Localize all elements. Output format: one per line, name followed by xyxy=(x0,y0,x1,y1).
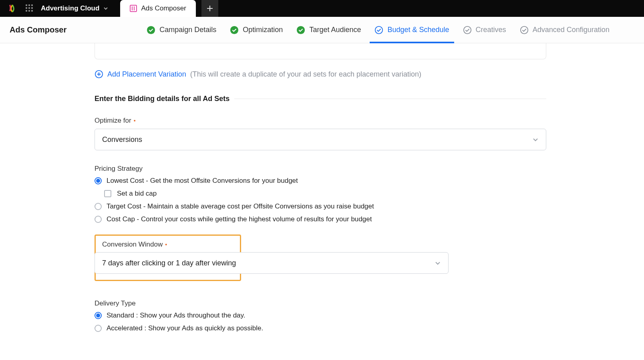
svg-point-3 xyxy=(147,26,155,34)
wizard-step-target-audience[interactable]: Target Audience xyxy=(296,17,361,43)
app-topbar: Advertising Cloud Ads Composer xyxy=(0,0,644,17)
svg-rect-0 xyxy=(130,5,137,12)
optimize-for-value: Conversions xyxy=(102,136,142,144)
radio-icon xyxy=(95,325,102,332)
svg-point-7 xyxy=(463,26,471,33)
step-label: Creatives xyxy=(476,26,506,34)
conversion-window-value: 7 days after clicking or 1 day after vie… xyxy=(102,259,236,267)
wizard-step-advanced-configuration[interactable]: Advanced Configuration xyxy=(520,17,610,43)
delivery-option-label: Standard : Show your Ads throughout the … xyxy=(107,311,246,320)
optimize-for-label: Optimize for• xyxy=(95,117,546,125)
add-placement-link[interactable]: Add Placement Variation xyxy=(107,70,186,79)
wizard-step-creatives[interactable]: Creatives xyxy=(463,17,506,43)
step-label: Target Audience xyxy=(309,26,361,34)
svg-point-5 xyxy=(297,26,305,34)
check-circle-outline-icon xyxy=(374,26,383,34)
bid-cap-checkbox-row[interactable]: Set a bid cap xyxy=(104,190,546,198)
svg-rect-2 xyxy=(134,6,135,10)
pricing-option-0[interactable]: Lowest Cost - Get the most Offsite Conve… xyxy=(95,177,546,185)
pricing-strategy-label: Pricing Strategy xyxy=(95,165,546,173)
form-content: Add Placement Variation (This will creat… xyxy=(0,43,644,356)
tab-ads-composer[interactable]: Ads Composer xyxy=(120,0,195,17)
delivery-type-label: Delivery Type xyxy=(95,299,546,307)
step-label: Advanced Configuration xyxy=(533,26,610,34)
wizard-steps: Campaign DetailsOptimizationTarget Audie… xyxy=(147,17,610,43)
add-placement-row: Add Placement Variation (This will creat… xyxy=(95,70,546,79)
bid-cap-label: Set a bid cap xyxy=(117,190,157,198)
pricing-option-1[interactable]: Target Cost - Maintain a stable average … xyxy=(95,202,546,210)
check-circle-icon xyxy=(296,26,305,34)
app-switcher-icon[interactable] xyxy=(26,4,34,12)
page-title: Ads Composer xyxy=(10,25,66,34)
svg-rect-1 xyxy=(132,6,133,10)
radio-icon xyxy=(95,203,102,210)
plus-circle-icon xyxy=(95,70,103,79)
step-label: Campaign Details xyxy=(159,26,216,34)
pricing-strategy-group: Lowest Cost - Get the most Offsite Conve… xyxy=(95,177,546,223)
pricing-option-2[interactable]: Cost Cap - Control your costs while gett… xyxy=(95,215,546,223)
optimize-for-select[interactable]: Conversions xyxy=(95,129,546,150)
chevron-down-icon xyxy=(435,260,441,266)
delivery-option-1[interactable]: Accelerated : Show your Ads as quickly a… xyxy=(95,324,546,332)
tab-strip: Ads Composer xyxy=(120,0,218,17)
product-dropdown[interactable]: Advertising Cloud xyxy=(41,4,108,12)
product-name-label: Advertising Cloud xyxy=(41,4,99,12)
wizard-step-campaign-details[interactable]: Campaign Details xyxy=(147,17,216,43)
delivery-option-label: Accelerated : Show your Ads as quickly a… xyxy=(107,324,263,332)
svg-point-6 xyxy=(375,26,382,33)
previous-card-bottom xyxy=(95,43,546,59)
wizard-step-budget-schedule[interactable]: Budget & Schedule xyxy=(374,17,449,43)
check-circle-icon xyxy=(230,26,239,34)
chevron-down-icon xyxy=(532,136,539,143)
radio-icon xyxy=(95,216,102,223)
radio-icon xyxy=(95,177,102,184)
conversion-window-select[interactable]: 7 days after clicking or 1 day after vie… xyxy=(95,252,449,274)
conversion-window-label: Conversion Window• xyxy=(102,241,233,249)
new-tab-button[interactable] xyxy=(201,0,218,17)
step-label: Budget & Schedule xyxy=(387,26,449,34)
brand-logo-icon xyxy=(6,2,18,14)
pricing-option-label: Cost Cap - Control your costs while gett… xyxy=(107,215,372,223)
add-placement-note: (This will create a duplicate of your ad… xyxy=(190,70,421,79)
delivery-type-group: Standard : Show your Ads throughout the … xyxy=(95,311,546,332)
checkbox-icon xyxy=(104,190,111,197)
check-circle-outline-icon xyxy=(520,26,529,34)
composer-icon xyxy=(130,5,137,12)
step-label: Optimization xyxy=(243,26,283,34)
plus-icon xyxy=(206,5,213,12)
bidding-section-header: Enter the Bidding details for all Ad Set… xyxy=(95,95,546,103)
wizard-step-optimization[interactable]: Optimization xyxy=(230,17,283,43)
bidding-header-text: Enter the Bidding details for all Ad Set… xyxy=(95,95,229,103)
tab-label: Ads Composer xyxy=(141,4,186,12)
svg-point-4 xyxy=(230,26,238,34)
pricing-option-label: Lowest Cost - Get the most Offsite Conve… xyxy=(107,177,298,185)
delivery-option-0[interactable]: Standard : Show your Ads throughout the … xyxy=(95,311,546,320)
check-circle-icon xyxy=(147,26,155,34)
chevron-down-icon xyxy=(103,6,108,11)
svg-point-8 xyxy=(520,26,527,33)
pricing-option-label: Target Cost - Maintain a stable average … xyxy=(107,202,374,210)
radio-icon xyxy=(95,312,102,319)
wizard-header: Ads Composer Campaign DetailsOptimizatio… xyxy=(0,17,644,43)
check-circle-outline-icon xyxy=(463,26,472,34)
